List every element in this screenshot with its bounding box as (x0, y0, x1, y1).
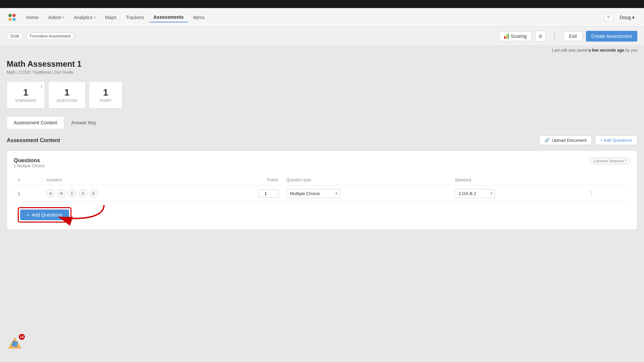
answer-a: A (46, 189, 55, 198)
row-number: 1 (14, 185, 42, 202)
table-header: # Answers Points Question type Standard (14, 175, 630, 185)
scoring-button[interactable]: Scoring (499, 31, 532, 41)
section-header: Assessment Content 🔗 Upload Document + A… (7, 135, 637, 145)
navbar-right: ? Doug ▾ (604, 13, 637, 22)
row-answers: A B C D E (42, 185, 205, 202)
row-type: Multiple Choice (282, 185, 451, 202)
sub-header: Draft Formative Assessment Scoring ⚙ ⋮ E… (0, 27, 644, 46)
scoring-bars-icon (504, 34, 509, 39)
last-edit-text: Last edit was saved a few seconds ago by… (552, 48, 637, 53)
nav-analytics[interactable]: Analytics ▾ (70, 13, 100, 22)
nav-assessments[interactable]: Assessments (149, 12, 187, 22)
questions-table: # Answers Points Question type Standard … (14, 175, 630, 202)
tab-assessment-content[interactable]: Assessment Content (7, 116, 64, 129)
exit-button[interactable]: Exit (563, 31, 582, 41)
nav-admin[interactable]: Admin ▾ (44, 13, 68, 22)
questions-box: Questions 1 Multiple Choice 1 Answer Req… (7, 150, 637, 230)
col-type: Question type (282, 175, 451, 185)
answer-required-badge: 1 Answer Required * (589, 158, 630, 164)
admin-chevron-icon: ▾ (63, 15, 64, 19)
points-input[interactable] (258, 189, 278, 198)
answer-b: B (57, 189, 66, 198)
questions-header: Questions 1 Multiple Choice 1 Answer Req… (14, 158, 630, 174)
bottom-floating-icon: 14 (6, 335, 23, 353)
navbar: Home Admin ▾ Analytics ▾ Maps Trackers A (0, 8, 644, 27)
help-icon[interactable]: ? (604, 13, 613, 22)
col-points: Points (205, 175, 282, 185)
tabs: Assessment Content Answer Key (7, 116, 637, 129)
add-questions-top-button[interactable]: + Add Questions (595, 135, 637, 145)
row-points (205, 185, 282, 202)
info-icon[interactable]: ℹ (41, 84, 42, 89)
plus-icon: + (27, 212, 30, 218)
top-bar (0, 0, 644, 8)
section-title: Assessment Content (7, 137, 60, 143)
questions-subtitle: 1 Multiple Choice (14, 164, 45, 168)
answer-circles: A B C D E (46, 189, 201, 198)
table-body: 1 A B C D E (14, 185, 630, 202)
svg-point-1 (12, 14, 16, 17)
user-chevron-icon: ▾ (632, 15, 635, 20)
svg-point-2 (8, 18, 12, 21)
notification-badge: 14 (19, 334, 25, 340)
add-questions-row: + Add Questions (14, 202, 630, 223)
col-actions (583, 175, 630, 185)
add-questions-highlighted: + Add Questions (18, 207, 71, 223)
section-actions: 🔗 Upload Document + Add Questions (539, 135, 637, 145)
stat-standard: ℹ 1 STANDARD (7, 81, 45, 108)
main-content: Math Assessment 1 Math | CCSS: Tradition… (0, 53, 644, 362)
row-standard: 2.OA.B.2 (451, 185, 583, 202)
assessment-title: Math Assessment 1 (7, 59, 637, 69)
add-questions-button[interactable]: + Add Questions (20, 209, 69, 220)
sub-header-left: Draft Formative Assessment (7, 33, 74, 40)
row-menu: ⋮ (583, 185, 630, 202)
table-header-row: # Answers Points Question type Standard (14, 175, 630, 185)
svg-point-3 (12, 18, 16, 21)
stat-point: 1 POINT (89, 81, 122, 108)
answer-e: E (89, 189, 98, 198)
standard-select-wrapper: 2.OA.B.2 (455, 189, 495, 198)
answer-d: D (78, 189, 87, 198)
logo-icon (7, 12, 17, 23)
type-select[interactable]: Multiple Choice (286, 189, 340, 198)
nav-trackers[interactable]: Trackers (122, 13, 148, 22)
col-number: # (14, 175, 42, 185)
col-standard: Standard (451, 175, 583, 185)
gear-icon: ⚙ (538, 34, 543, 39)
nav-maps[interactable]: Maps (101, 13, 120, 22)
nav-links: Home Admin ▾ Analytics ▾ Maps Trackers A (22, 12, 209, 22)
link-icon: 🔗 (544, 138, 550, 143)
create-assessment-button[interactable]: Create Assessment (586, 31, 637, 42)
upload-document-button[interactable]: 🔗 Upload Document (539, 135, 592, 145)
user-name: Doug (620, 15, 631, 20)
svg-point-0 (8, 14, 12, 17)
last-edit-bar: Last edit was saved a few seconds ago by… (0, 46, 644, 53)
nav-home[interactable]: Home (22, 13, 43, 22)
nav-items[interactable]: Items (189, 13, 209, 22)
draft-badge: Draft (7, 33, 23, 40)
standard-select[interactable]: 2.OA.B.2 (455, 189, 495, 198)
settings-button[interactable]: ⚙ (535, 31, 546, 42)
table-row: 1 A B C D E (14, 185, 630, 202)
tab-answer-key[interactable]: Answer Key (64, 116, 103, 129)
col-answers: Answers (42, 175, 205, 185)
assessment-meta: Math | CCSS: Traditional | 2nd Grade (7, 70, 637, 75)
type-select-wrapper: Multiple Choice (286, 189, 340, 198)
answer-c: C (68, 189, 76, 198)
analytics-chevron-icon: ▾ (94, 15, 96, 19)
dots-icon: ⋮ (551, 33, 557, 40)
formative-badge: Formative Assessment (26, 33, 74, 40)
stats-row: ℹ 1 STANDARD 1 QUESTION 1 POINT (7, 81, 637, 108)
row-menu-button[interactable]: ⋮ (587, 189, 596, 198)
more-options-button[interactable]: ⋮ (549, 31, 560, 42)
navbar-left: Home Admin ▾ Analytics ▾ Maps Trackers A (7, 12, 209, 23)
sub-header-right: Scoring ⚙ ⋮ Exit Create Assessment (499, 31, 637, 42)
user-menu[interactable]: Doug ▾ (617, 13, 637, 21)
questions-title: Questions (14, 158, 45, 164)
stat-question: 1 QUESTION (48, 81, 86, 108)
